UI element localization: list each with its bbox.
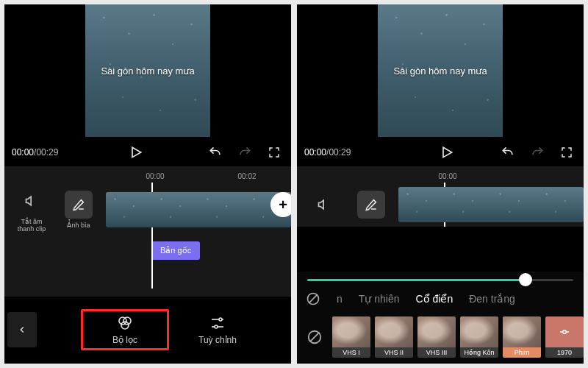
filter-thumb-vhs1[interactable]: VHS I bbox=[332, 316, 370, 358]
redo-button[interactable] bbox=[528, 143, 547, 162]
mute-clip-button[interactable] bbox=[304, 191, 344, 219]
play-button[interactable] bbox=[126, 143, 146, 162]
svg-point-4 bbox=[215, 325, 218, 328]
play-button[interactable] bbox=[437, 143, 456, 162]
timeline: 00:00 00:02 Tắt âm thanh clip Ảnh bìa + bbox=[4, 166, 291, 297]
time-current: 00:00 bbox=[12, 147, 34, 158]
filter-category-natural[interactable]: Tự nhiên bbox=[359, 293, 400, 305]
adjust-tool-label: Tuỳ chỉnh bbox=[198, 335, 237, 345]
filter-none-button[interactable] bbox=[301, 316, 328, 358]
mute-icon bbox=[310, 191, 338, 219]
svg-point-3 bbox=[219, 318, 222, 321]
svg-point-1 bbox=[123, 317, 131, 325]
video-track: Tắt âm thanh clip Ảnh bìa + bbox=[4, 183, 291, 237]
time-total: 00:29 bbox=[329, 147, 351, 158]
filter-icon bbox=[116, 314, 134, 332]
editor-screenshot-right: Sài gòn hôm nay mưa 00:00/00:29 00:00 bbox=[297, 4, 584, 364]
none-category-icon[interactable] bbox=[306, 291, 320, 306]
filter-intensity-slider[interactable] bbox=[297, 279, 584, 281]
video-preview[interactable]: Sài gòn hôm nay mưa bbox=[378, 4, 503, 137]
filter-thumb-vhs3[interactable]: VHS III bbox=[417, 316, 456, 358]
fullscreen-button[interactable] bbox=[265, 143, 284, 162]
ruler-tick: 00:00 bbox=[146, 172, 164, 180]
edit-icon bbox=[357, 191, 385, 219]
filter-category-tabs: n Tự nhiên Cổ điển Đen trắng bbox=[297, 291, 584, 306]
time-ruler: 00:00 bbox=[297, 172, 584, 183]
video-preview-area: Sài gòn hôm nay mưa bbox=[4, 4, 291, 137]
toolbar-bottom: Bộ lọc Tuỳ chỉnh bbox=[4, 305, 291, 364]
filter-tool-label: Bộ lọc bbox=[112, 335, 137, 345]
filter-panel: n Tự nhiên Cổ điển Đen trắng VHS I VHS I… bbox=[297, 272, 584, 364]
preview-caption: Sài gòn hôm nay mưa bbox=[393, 66, 487, 77]
timeline: 00:00 bbox=[297, 166, 584, 227]
svg-point-2 bbox=[121, 322, 129, 329]
editor-screenshot-left: Sài gòn hôm nay mưa 00:00/00:29 00:00 00… bbox=[4, 4, 291, 364]
audio-clip-original[interactable]: Bản gốc bbox=[151, 241, 200, 260]
filter-category-bw[interactable]: Đen trắng bbox=[469, 293, 515, 305]
cover-label: Ảnh bìa bbox=[67, 222, 90, 229]
undo-button[interactable] bbox=[206, 143, 225, 162]
adjust-tool-button[interactable]: Tuỳ chỉnh bbox=[173, 311, 262, 348]
cover-button[interactable]: Ảnh bìa bbox=[59, 191, 98, 229]
playback-time: 00:00/00:29 bbox=[304, 147, 351, 158]
playback-time: 00:00/00:29 bbox=[12, 147, 58, 158]
audio-track: Bản gốc bbox=[4, 237, 291, 269]
filter-tool-button[interactable]: Bộ lọc bbox=[81, 309, 169, 350]
filter-thumbnails-row: VHS I VHS II VHS III Hồng Kôn Phim 1970 bbox=[297, 316, 584, 358]
time-ruler: 00:00 00:02 bbox=[4, 172, 291, 183]
ruler-tick: 00:02 bbox=[237, 172, 256, 180]
video-preview[interactable]: Sài gòn hôm nay mưa bbox=[85, 4, 210, 137]
filter-thumb-hongkong[interactable]: Hồng Kôn bbox=[460, 316, 498, 358]
mute-icon bbox=[18, 187, 46, 215]
back-button[interactable] bbox=[7, 312, 37, 347]
ruler-tick: 00:00 bbox=[438, 172, 456, 180]
redo-button[interactable] bbox=[235, 143, 254, 162]
video-clip[interactable] bbox=[398, 187, 584, 222]
svg-point-7 bbox=[563, 330, 567, 334]
mute-clip-button[interactable]: Tắt âm thanh clip bbox=[12, 187, 51, 233]
filter-category-partial[interactable]: n bbox=[337, 293, 343, 305]
filter-thumb-vhs2[interactable]: VHS II bbox=[375, 316, 413, 358]
fullscreen-button[interactable] bbox=[557, 143, 576, 162]
filter-category-classic[interactable]: Cổ điển bbox=[416, 293, 453, 305]
adjust-icon bbox=[209, 314, 226, 332]
mute-clip-label: Tắt âm thanh clip bbox=[12, 218, 51, 233]
video-preview-area: Sài gòn hôm nay mưa bbox=[297, 4, 584, 137]
preview-caption: Sài gòn hôm nay mưa bbox=[101, 66, 194, 77]
add-clip-button[interactable]: + bbox=[270, 192, 291, 217]
cover-button[interactable] bbox=[351, 191, 391, 219]
undo-button[interactable] bbox=[498, 143, 517, 162]
video-track bbox=[297, 183, 584, 227]
player-controls: 00:00/00:29 bbox=[297, 137, 584, 166]
filter-thumb-1970[interactable]: 1970 bbox=[545, 316, 584, 358]
time-current: 00:00 bbox=[304, 147, 326, 158]
video-clip[interactable] bbox=[106, 192, 291, 227]
edit-icon bbox=[65, 191, 93, 219]
filter-thumb-phim[interactable]: Phim bbox=[503, 316, 541, 358]
player-controls: 00:00/00:29 bbox=[4, 137, 291, 166]
slider-handle[interactable] bbox=[519, 273, 532, 286]
time-total: 00:29 bbox=[36, 147, 58, 158]
